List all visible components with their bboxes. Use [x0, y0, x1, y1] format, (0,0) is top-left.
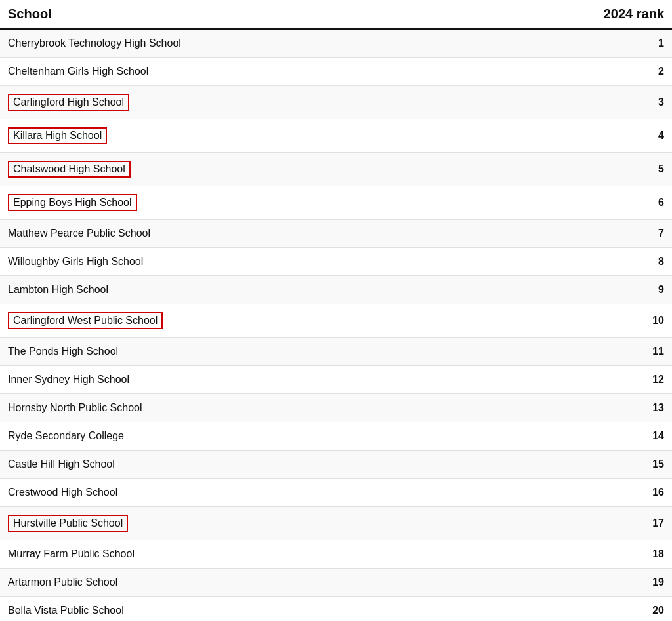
- school-name: Bella Vista Public School: [8, 605, 124, 616]
- school-name: Crestwood High School: [8, 487, 117, 498]
- school-rank: 1: [638, 37, 664, 49]
- school-rank: 14: [638, 430, 664, 442]
- table-row: Bella Vista Public School20: [0, 597, 672, 621]
- table-row: Murray Farm Public School18: [0, 540, 672, 569]
- school-name: Chatswood High School: [8, 161, 131, 178]
- school-rank: 4: [638, 130, 664, 142]
- school-name: Murray Farm Public School: [8, 548, 135, 560]
- school-rank: 19: [638, 576, 664, 588]
- school-rank: 16: [638, 487, 664, 498]
- school-rank: 10: [638, 315, 664, 327]
- table-row: Castle Hill High School15: [0, 451, 672, 479]
- table-row: Epping Boys High School6: [0, 186, 672, 220]
- school-name: Carlingford West Public School: [8, 312, 163, 329]
- table-row: Killara High School4: [0, 119, 672, 153]
- rankings-table: School 2024 rank Cherrybrook Technology …: [0, 0, 672, 621]
- school-name: Lambton High School: [8, 284, 108, 296]
- table-row: Willoughby Girls High School8: [0, 248, 672, 276]
- school-rank: 5: [638, 163, 664, 175]
- table-row: Inner Sydney High School12: [0, 366, 672, 394]
- school-name: Hurstville Public School: [8, 515, 128, 532]
- table-row: Ryde Secondary College14: [0, 422, 672, 451]
- school-rank: 6: [638, 197, 664, 209]
- school-name: Hornsby North Public School: [8, 402, 142, 414]
- table-row: Cheltenham Girls High School2: [0, 58, 672, 86]
- table-row: Matthew Pearce Public School7: [0, 220, 672, 248]
- table-row: Cherrybrook Technology High School1: [0, 30, 672, 58]
- school-name: Castle Hill High School: [8, 458, 115, 470]
- school-name: Killara High School: [8, 127, 107, 144]
- table-row: Crestwood High School16: [0, 479, 672, 507]
- school-name: Carlingford High School: [8, 94, 129, 111]
- school-column-header: School: [8, 7, 52, 22]
- school-name: Cheltenham Girls High School: [8, 66, 148, 77]
- school-name: Inner Sydney High School: [8, 374, 129, 386]
- school-rank: 2: [638, 66, 664, 77]
- school-name: Matthew Pearce Public School: [8, 228, 150, 239]
- school-rank: 17: [638, 517, 664, 529]
- school-name: Artarmon Public School: [8, 576, 117, 588]
- school-rank: 11: [638, 346, 664, 357]
- school-name: Ryde Secondary College: [8, 430, 124, 442]
- school-rank: 12: [638, 374, 664, 386]
- table-row: Hurstville Public School17: [0, 507, 672, 540]
- table-row: Lambton High School9: [0, 276, 672, 304]
- table-row: Hornsby North Public School13: [0, 394, 672, 422]
- table-body: Cherrybrook Technology High School1Chelt…: [0, 30, 672, 621]
- school-rank: 13: [638, 402, 664, 414]
- school-rank: 15: [638, 458, 664, 470]
- school-name: Willoughby Girls High School: [8, 256, 143, 268]
- school-rank: 7: [638, 228, 664, 239]
- school-name: Cherrybrook Technology High School: [8, 37, 181, 49]
- school-rank: 18: [638, 548, 664, 560]
- school-rank: 20: [638, 605, 664, 616]
- table-header: School 2024 rank: [0, 0, 672, 30]
- table-row: The Ponds High School11: [0, 338, 672, 366]
- school-name: The Ponds High School: [8, 346, 118, 357]
- school-rank: 3: [638, 96, 664, 108]
- table-row: Chatswood High School5: [0, 153, 672, 186]
- table-row: Artarmon Public School19: [0, 569, 672, 597]
- school-name: Epping Boys High School: [8, 194, 137, 211]
- table-row: Carlingford West Public School10: [0, 304, 672, 338]
- school-rank: 8: [638, 256, 664, 268]
- rank-column-header: 2024 rank: [604, 7, 664, 22]
- school-rank: 9: [638, 284, 664, 296]
- table-row: Carlingford High School3: [0, 86, 672, 119]
